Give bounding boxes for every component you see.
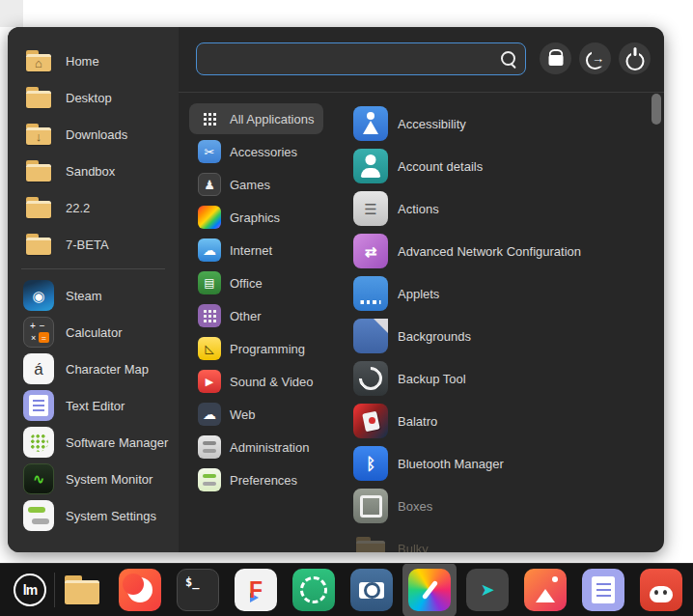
sidebar-item-character-map[interactable]: á Character Map (8, 350, 179, 387)
sidebar-item-home[interactable]: ⌂ Home (8, 42, 179, 79)
sidebar-item-steam[interactable]: ◉ Steam (8, 277, 179, 314)
category-internet[interactable]: ☁ Internet (189, 235, 282, 266)
menu-button[interactable]: lm (11, 571, 49, 609)
sidebar-item-downloads[interactable]: ↓ Downloads (8, 116, 179, 153)
category-label: Preferences (230, 473, 297, 488)
taskbar-item-terminal[interactable]: $_ (177, 569, 219, 611)
app-backgrounds[interactable]: Backgrounds (353, 315, 664, 357)
app-balatro[interactable]: Balatro (353, 400, 664, 442)
sidebar-item-text-editor[interactable]: Text Editor (8, 387, 179, 424)
category-preferences[interactable]: Preferences (189, 464, 307, 495)
calculator-icon: +− (23, 317, 54, 348)
app-applets[interactable]: Applets (353, 272, 664, 315)
search-input[interactable] (196, 42, 526, 75)
app-label: Boxes (398, 499, 432, 514)
favorites-list: ◉ Steam +− Calculator á Character Map (8, 277, 179, 534)
app-account-details[interactable]: Account details (353, 145, 664, 187)
software-manager-icon (23, 427, 54, 458)
category-accessories[interactable]: ✂ Accessories (189, 136, 307, 167)
taskbar-item-files[interactable] (61, 569, 103, 611)
warpinator-icon: ➤ (466, 569, 509, 611)
app-bulky[interactable]: Bulky (353, 527, 664, 552)
taskbar-item-warpinator[interactable]: ➤ (466, 569, 509, 611)
category-other[interactable]: Other (189, 300, 271, 331)
app-actions[interactable]: ☰ Actions (353, 187, 664, 230)
balatro-icon (353, 404, 388, 438)
background-window-edge (0, 0, 23, 27)
lock-screen-button[interactable] (540, 42, 571, 74)
sidebar-item-label: Calculator (66, 325, 123, 340)
logout-icon (579, 42, 611, 74)
screenshot-icon (350, 569, 393, 611)
category-label: Programming (230, 342, 305, 356)
internet-icon: ☁ (198, 238, 221, 262)
taskbar-item-firefox[interactable] (119, 569, 161, 611)
administration-icon (198, 435, 221, 459)
app-advanced-network-configuration[interactable]: ⇄ Advanced Network Configuration (353, 230, 664, 272)
app-boxes[interactable]: Boxes (353, 485, 664, 527)
graphics-icon (198, 206, 221, 229)
app-label: Bulky (398, 542, 429, 553)
app-accessibility[interactable]: Accessibility (353, 102, 664, 145)
taskbar-item-sync[interactable] (292, 569, 335, 611)
sidebar-item-software-manager[interactable]: Software Manager (8, 424, 179, 461)
taskbar-item-freetube[interactable]: F (235, 569, 277, 611)
sidebar-item-label: Home (66, 54, 99, 69)
taskbar-item-screenshot[interactable] (350, 569, 393, 611)
bulky-folder-icon (353, 531, 388, 552)
sidebar-item-7-beta[interactable]: 7-BETA (8, 226, 179, 263)
boxes-icon (353, 489, 388, 523)
sidebar-item-label: 7-BETA (66, 238, 109, 252)
menu-content: All Applications ✂ Accessories ♟ Games (179, 92, 664, 552)
sidebar-item-sandbox[interactable]: Sandbox (8, 153, 179, 189)
sidebar-item-label: System Monitor (66, 472, 152, 487)
taskbar-item-pix[interactable] (524, 569, 567, 611)
sidebar-item-22-2[interactable]: 22.2 (8, 189, 179, 226)
category-web[interactable]: ☁ Web (189, 399, 265, 430)
category-label: Office (230, 276, 263, 291)
app-label: Account details (398, 159, 483, 174)
gimp-icon (640, 569, 682, 611)
app-list: Accessibility Account details ☰ Actions (348, 93, 664, 552)
desktop: ⌂ Home Desktop ↓ Downloads (0, 0, 693, 616)
category-sound-video[interactable]: ▶ Sound & Video (189, 366, 323, 397)
sidebar-item-label: Desktop (66, 91, 112, 105)
category-all-applications[interactable]: All Applications (189, 103, 323, 134)
freetube-icon: F (235, 569, 277, 611)
category-games[interactable]: ♟ Games (189, 169, 280, 200)
taskbar-separator (54, 573, 55, 607)
sidebar-item-label: Sandbox (66, 164, 115, 179)
sidebar-item-calculator[interactable]: +− Calculator (8, 314, 179, 350)
taskbar-item-gimp[interactable] (640, 569, 682, 611)
all-applications-icon (198, 107, 221, 130)
app-bluetooth-manager[interactable]: ᛒ Bluetooth Manager (353, 442, 664, 485)
search-row (179, 27, 664, 92)
logout-button[interactable] (579, 42, 611, 74)
files-folder-icon (61, 569, 103, 611)
power-button[interactable] (619, 42, 651, 74)
category-label: Graphics (230, 210, 280, 225)
sound-video-icon: ▶ (198, 370, 221, 393)
search-icon (501, 51, 517, 68)
sidebar-item-system-settings[interactable]: System Settings (8, 497, 179, 534)
sidebar-item-system-monitor[interactable]: ∿ System Monitor (8, 461, 179, 497)
places-list: ⌂ Home Desktop ↓ Downloads (8, 42, 179, 263)
taskbar: lm $_ F (0, 563, 693, 616)
sidebar-item-desktop[interactable]: Desktop (8, 79, 179, 116)
category-programming[interactable]: ◺ Programming (189, 333, 315, 364)
taskbar-item-drawing[interactable] (408, 569, 451, 611)
terminal-icon: $_ (177, 569, 219, 611)
category-office[interactable]: ▤ Office (189, 267, 272, 298)
actions-icon: ☰ (353, 191, 388, 226)
app-label: Advanced Network Configuration (398, 244, 581, 259)
app-label: Backgrounds (398, 329, 471, 344)
app-backup-tool[interactable]: Backup Tool (353, 357, 664, 400)
scrollbar-thumb[interactable] (651, 94, 661, 125)
text-editor-icon (23, 390, 54, 421)
category-administration[interactable]: Administration (189, 432, 319, 462)
taskbar-item-text-editor[interactable] (582, 569, 624, 611)
folder-icon (23, 155, 54, 186)
steam-icon: ◉ (23, 280, 54, 311)
pix-icon (524, 569, 567, 611)
category-graphics[interactable]: Graphics (189, 202, 290, 233)
